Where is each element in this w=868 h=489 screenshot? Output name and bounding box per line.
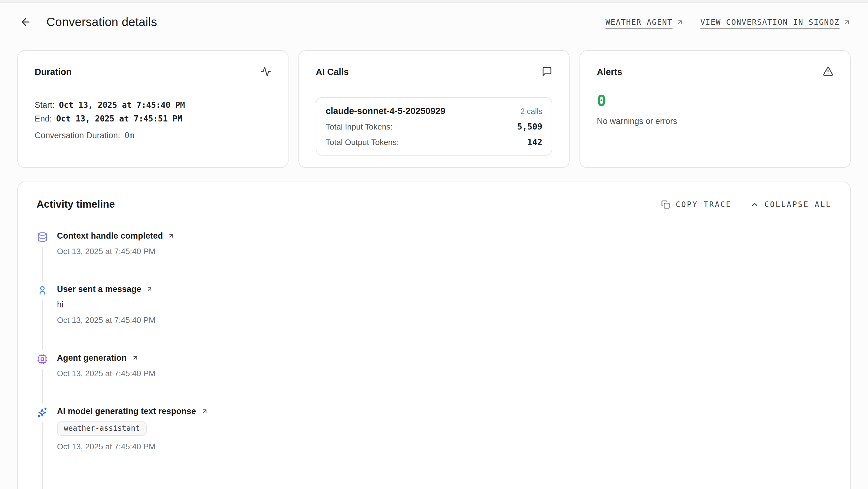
copy-icon (661, 200, 670, 208)
output-tokens-value: 142 (527, 137, 542, 147)
view-conversation-signoz-link[interactable]: VIEW CONVERSATION IN SIGNOZ (700, 17, 851, 27)
duration-card: Duration Start: Oct 13, 2025 at 7:45:40 … (17, 50, 288, 168)
timeline-item-message-body: hi (57, 300, 155, 309)
alerts-card-title: Alerts (597, 67, 622, 77)
model-usage-box: claude-sonnet-4-5-20250929 2 calls Total… (316, 97, 552, 155)
timeline-item-link[interactable]: Context handle completed (57, 231, 175, 240)
arrow-up-right-icon (201, 408, 208, 414)
conversation-duration-label: Conversation Duration: (35, 129, 120, 143)
header-links: WEATHER AGENT VIEW CONVERSATION IN SIGNO… (606, 17, 851, 27)
alert-triangle-icon (823, 66, 833, 77)
ai-calls-card-title: AI Calls (316, 67, 348, 77)
page-header: Conversation details WEATHER AGENT VIEW … (0, 2, 868, 29)
timeline-item-timestamp: Oct 13, 2025 at 7:45:40 PM (57, 315, 155, 325)
timeline-item-link[interactable]: User sent a message (57, 285, 155, 294)
timeline-item-timestamp: Oct 13, 2025 at 7:45:40 PM (57, 247, 175, 256)
timeline-item-link[interactable]: Agent generation (57, 353, 155, 363)
activity-timeline-card: Activity timeline COPY TRACE COLLAPSE AL… (17, 181, 851, 489)
alert-count: 0 (597, 93, 833, 109)
page-title: Conversation details (46, 15, 157, 29)
back-button[interactable] (19, 15, 32, 29)
timeline-item-timestamp: Oct 13, 2025 at 7:45:40 PM (57, 369, 155, 378)
sparkles-icon (36, 407, 48, 418)
input-tokens-label: Total Input Tokens: (326, 122, 393, 132)
weather-agent-link[interactable]: WEATHER AGENT (606, 17, 683, 27)
model-name: claude-sonnet-4-5-20250929 (326, 106, 445, 116)
timeline-list: Context handle completed Oct 13, 2025 at… (36, 231, 832, 489)
start-label: Start: (35, 98, 55, 112)
arrow-left-icon (20, 16, 31, 28)
input-tokens-row: Total Input Tokens: 5,509 (326, 121, 542, 132)
end-label: End: (35, 112, 52, 126)
top-divider (0, 0, 868, 2)
arrow-up-right-icon (676, 18, 683, 26)
timeline-item-user-message: User sent a message hi Oct 13, 2025 at 7… (36, 285, 832, 353)
timeline-item-ai-text-response: AI model generating text response weathe… (36, 407, 832, 489)
output-tokens-row: Total Output Tokens: 142 (326, 137, 542, 147)
arrow-up-right-icon (843, 18, 851, 26)
user-icon (36, 285, 48, 296)
cpu-icon (36, 353, 48, 365)
start-time-row: Start: Oct 13, 2025 at 7:45:40 PM (35, 98, 271, 112)
conversation-duration-row: Conversation Duration: 0m (35, 129, 271, 143)
conversation-details-page: Conversation details WEATHER AGENT VIEW … (0, 0, 868, 489)
database-icon (36, 231, 48, 242)
arrow-up-right-icon (131, 354, 138, 361)
end-value: Oct 13, 2025 at 7:45:51 PM (56, 112, 182, 126)
input-tokens-value: 5,509 (517, 121, 542, 132)
duration-card-title: Duration (35, 67, 71, 77)
model-call-count: 2 calls (520, 107, 542, 116)
conversation-duration-value: 0m (124, 129, 134, 143)
chevron-up-icon (750, 200, 759, 208)
copy-trace-button[interactable]: COPY TRACE (661, 200, 732, 208)
alerts-card: Alerts 0 No warnings or errors (580, 50, 851, 168)
ai-calls-card: AI Calls claude-sonnet-4-5-20250929 2 ca… (299, 50, 569, 168)
start-value: Oct 13, 2025 at 7:45:40 PM (59, 98, 185, 112)
timeline-item-agent-generation: Agent generation Oct 13, 2025 at 7:45:40… (36, 353, 832, 407)
collapse-all-button[interactable]: COLLAPSE ALL (750, 200, 832, 208)
activity-icon (261, 66, 271, 77)
alert-message: No warnings or errors (597, 117, 833, 126)
activity-timeline-title: Activity timeline (36, 198, 115, 210)
message-square-icon (542, 66, 552, 77)
timeline-item-timestamp: Oct 13, 2025 at 7:45:40 PM (57, 442, 208, 451)
output-tokens-label: Total Output Tokens: (326, 138, 399, 147)
agent-name-badge: weather-assistant (57, 422, 147, 436)
timeline-item-link[interactable]: AI model generating text response (57, 407, 208, 416)
timeline-item-context-handle: Context handle completed Oct 13, 2025 at… (36, 231, 832, 285)
arrow-up-right-icon (168, 232, 175, 239)
end-time-row: End: Oct 13, 2025 at 7:45:51 PM (35, 112, 271, 126)
arrow-up-right-icon (146, 286, 153, 292)
summary-cards-row: Duration Start: Oct 13, 2025 at 7:45:40 … (17, 50, 851, 168)
